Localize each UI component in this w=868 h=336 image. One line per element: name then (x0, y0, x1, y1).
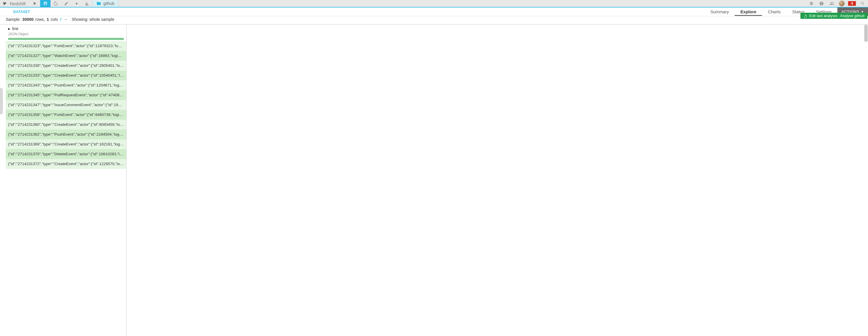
expand-triangle-icon: ▶ (8, 27, 10, 30)
notification-badge[interactable]: 4 (848, 1, 856, 6)
gear-icon[interactable] (806, 0, 816, 7)
table-row[interactable]: {"id":"2714231327","type":"WatchEvent","… (6, 51, 126, 61)
sample-showing: Showing: whole sample (72, 17, 114, 22)
table-row[interactable]: {"id":"2714231323","type":"ForkEvent","a… (6, 41, 126, 51)
column-name: line (12, 26, 19, 31)
table-row[interactable]: {"id":"2714231345","type":"PullRequestEv… (6, 90, 126, 100)
tab-charts[interactable]: Charts (762, 7, 786, 16)
dataset-label: DATASET (0, 7, 34, 16)
logo-bird-icon (2, 1, 7, 6)
help-icon[interactable] (816, 0, 827, 7)
search-icon[interactable] (858, 0, 868, 7)
data-grid: ▶ line JSON Object {"id":"2714231323","t… (6, 25, 126, 336)
edit-banner-text: Edit last analysis: (809, 13, 838, 18)
info-row: Sample: 30000 rows, 1 cols i → Showing: … (0, 16, 868, 24)
brand[interactable]: Redshift (0, 0, 30, 7)
column-type: JSON Object (8, 32, 124, 36)
dataset-bar: DATASET Summary Explore Charts Status Se… (0, 7, 868, 16)
column-expand-row[interactable]: ▶ line (8, 26, 124, 31)
edit-banner-name: Analyse github (840, 13, 865, 18)
data-rows: {"id":"2714231323","type":"ForkEvent","a… (6, 41, 126, 336)
table-row[interactable]: {"id":"2714231333","type":"CreateEvent",… (6, 71, 126, 80)
sample-rows-value: 30000 (22, 17, 33, 22)
folder-icon (96, 1, 101, 6)
breadcrumb-label: github (103, 1, 114, 6)
vertical-scrollbar[interactable] (864, 25, 868, 42)
recipe-icon[interactable] (51, 0, 61, 7)
run-icon[interactable] (71, 0, 82, 7)
team-icon[interactable] (827, 0, 837, 7)
table-row[interactable]: {"id":"2714231369","type":"CreateEvent",… (6, 139, 126, 149)
table-row[interactable]: {"id":"2714231362","type":"PushEvent","a… (6, 130, 126, 139)
info-icon[interactable]: i (60, 17, 62, 22)
left-panel-handle[interactable] (0, 88, 3, 114)
sample-cols-word: cols (51, 17, 58, 22)
tab-explore[interactable]: Explore (735, 7, 762, 16)
dataset-icon[interactable] (40, 0, 51, 7)
flow-icon[interactable] (30, 0, 40, 7)
sample-prefix: Sample: (6, 17, 21, 22)
table-row[interactable]: {"id":"2714231347","type":"IssueCommentE… (6, 100, 126, 110)
table-row[interactable]: {"id":"2714231360","type":"CreateEvent",… (6, 120, 126, 130)
explore-main: ▶ line JSON Object {"id":"2714231323","t… (0, 24, 868, 336)
table-row[interactable]: {"id":"2714231343","type":"PushEvent","a… (6, 80, 126, 90)
top-toolbar-left: Redshift github (0, 0, 119, 7)
arrow-right-icon: → (64, 17, 68, 22)
breadcrumb-tab[interactable]: github (92, 0, 119, 7)
edit-last-analysis-button[interactable]: Edit last analysis: Analyse github (800, 13, 867, 19)
sample-rows-word: rows, (35, 17, 45, 22)
brand-label: Redshift (10, 1, 26, 6)
column-header[interactable]: ▶ line JSON Object (6, 25, 126, 41)
table-row[interactable]: {"id":"2714231370","type":"DeleteEvent",… (6, 149, 126, 159)
recycle-icon (803, 14, 807, 18)
top-toolbar: Redshift github (0, 0, 868, 7)
avatar[interactable] (839, 1, 845, 6)
edit-icon[interactable] (61, 0, 71, 7)
grid-empty-area (126, 25, 868, 336)
table-row[interactable]: {"id":"2714231372","type":"CreateEvent",… (6, 159, 126, 169)
tab-summary[interactable]: Summary (705, 7, 735, 16)
chart-icon[interactable] (82, 0, 92, 7)
column-validity-bar (8, 38, 124, 40)
table-row[interactable]: {"id":"2714231359","type":"ForkEvent","a… (6, 110, 126, 120)
sample-info: Sample: 30000 rows, 1 cols i → Showing: … (6, 17, 114, 22)
sample-cols-value: 1 (47, 17, 49, 22)
top-toolbar-right: 4 (806, 0, 868, 7)
table-row[interactable]: {"id":"2714231330","type":"CreateEvent",… (6, 61, 126, 71)
